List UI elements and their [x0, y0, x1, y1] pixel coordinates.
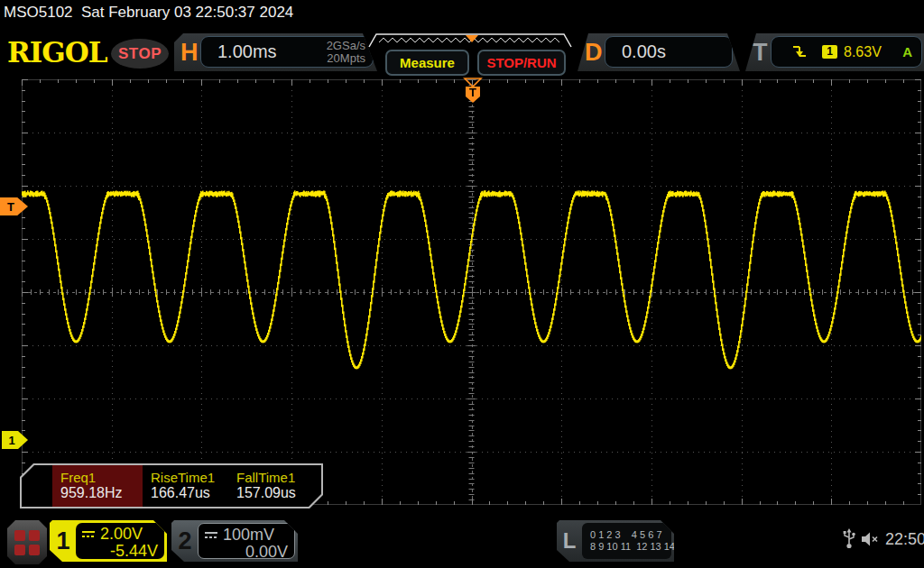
logic-channels-button[interactable]: L 0 1 2 3 4 5 6 78 9 10 11 12 13 14 15 [557, 520, 674, 562]
timebase-panel: 1.00ms 2GSa/s 20Mpts [200, 36, 374, 68]
memory-depth: 20Mpts [327, 51, 365, 65]
trigger-label: T [753, 33, 768, 71]
falling-edge-icon [791, 44, 808, 60]
menu-grid-icon [14, 530, 40, 555]
measurement-label: RiseTime1 [151, 470, 228, 485]
speaker-muted-icon [860, 531, 882, 547]
stop-run-button[interactable]: STOP/RUN [477, 50, 566, 76]
logic-row1: 0 1 2 3 4 5 6 7 [590, 529, 671, 541]
trigger-mode-auto: A [902, 44, 921, 60]
measurement-spacer [22, 465, 52, 507]
horizontal-settings-button[interactable]: H 1.00ms 2GSa/s 20Mpts [174, 33, 377, 71]
measurement-panel-inner: Freq1 959.18Hz RiseTime1 166.47us FallTi… [22, 465, 321, 507]
trigger-source-badge: 1 [822, 45, 837, 59]
usb-icon [842, 528, 856, 550]
measurement-panel[interactable]: Freq1 959.18Hz RiseTime1 166.47us FallTi… [20, 463, 323, 508]
channel2-status-button[interactable]: 2 100mV 0.00V [171, 520, 298, 562]
measurement-item-falltime[interactable]: FallTime1 157.09us [228, 465, 319, 507]
timebase-value: 1.00ms [201, 41, 277, 62]
clock: 22:50 [885, 530, 924, 549]
delay-label: D [585, 33, 603, 71]
channel1-status-button[interactable]: 1 2.00V -5.44V [50, 520, 167, 562]
measurement-item-freq[interactable]: Freq1 959.18Hz [52, 465, 143, 507]
measurement-value: 959.18Hz [60, 485, 143, 501]
logic-channel-list: 0 1 2 3 4 5 6 78 9 10 11 12 13 14 15 [582, 523, 671, 559]
channel2-scale: 100mV [223, 526, 274, 545]
run-state-indicator: STOP [111, 39, 169, 69]
logic-label: L [557, 520, 582, 562]
logic-row2: 8 9 10 11 12 13 14 15 [590, 541, 671, 553]
measurement-value: 166.47us [151, 485, 228, 501]
menu-button[interactable] [7, 520, 47, 564]
delay-panel: 0.00s [605, 36, 733, 68]
model-and-datetime: MSO5102 Sat February 03 22:50:37 2024 [0, 0, 924, 27]
channel1-waveform [22, 79, 921, 505]
trigger-level-value: 8.63V [844, 44, 882, 60]
trigger-panel: 1 8.63V A [771, 36, 922, 68]
rigol-logo: RIGOL [7, 36, 107, 69]
measurement-item-risetime[interactable]: RiseTime1 166.47us [143, 465, 228, 507]
channel1-offset: -5.44V [81, 542, 158, 561]
channel2-panel: 100mV 0.00V [198, 523, 295, 559]
horizontal-label: H [180, 33, 199, 71]
channel1-number: 1 [50, 520, 77, 562]
channel1-scale: 2.00V [100, 525, 143, 544]
dc-coupling-icon [204, 530, 218, 541]
delay-value: 0.00s [605, 41, 666, 62]
trigger-position-letter: T [469, 86, 476, 99]
measurement-label: FallTime1 [236, 470, 319, 485]
measurement-value: 157.09us [236, 485, 319, 501]
trigger-position-marker[interactable]: T [463, 78, 483, 105]
measure-button[interactable]: Measure [385, 50, 469, 76]
measurement-label: Freq1 [60, 470, 143, 485]
channel1-panel: 2.00V -5.44V [76, 523, 164, 559]
acquisition-info: 2GSa/s 20Mpts [327, 40, 373, 65]
waveform-display-area [22, 79, 921, 505]
dc-coupling-icon [81, 529, 96, 540]
delay-settings-button[interactable]: D 0.00s [578, 33, 740, 71]
sample-rate: 2GSa/s [327, 39, 365, 52]
channel2-offset: 0.00V [204, 543, 288, 562]
trigger-settings-button[interactable]: T 1 8.63V A [745, 33, 924, 71]
memory-position-bar[interactable] [368, 32, 572, 48]
oscilloscope-screen: MSO5102 Sat February 03 22:50:37 2024 RI… [0, 0, 924, 568]
channel2-number: 2 [171, 520, 199, 562]
